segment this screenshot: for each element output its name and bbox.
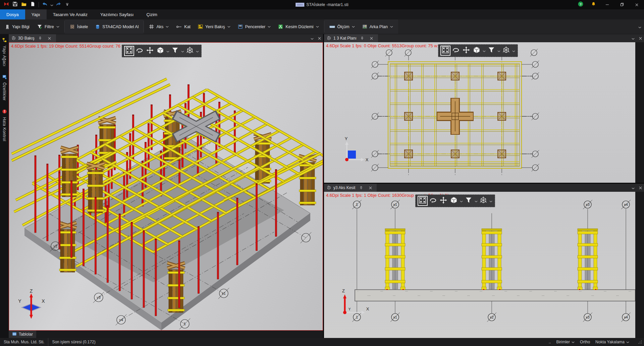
ribbon-i-skele[interactable]: İskele	[66, 19, 92, 34]
svg-text:x3: x3	[586, 203, 590, 207]
bell-button[interactable]	[587, 0, 600, 9]
right-dock-strip	[635, 192, 644, 338]
viewport-3d-canvas[interactable]: 4.6Dpi Scale 1 fps: 19 Obje Count: 5514G…	[9, 42, 323, 331]
orbit-icon	[136, 46, 144, 56]
chevron-down-icon[interactable]	[482, 48, 486, 54]
vp-orbit-button[interactable]	[135, 46, 145, 56]
ribbon-label: Kesim Düzlemi	[285, 24, 313, 29]
vp-view-cube-button[interactable]	[472, 46, 482, 56]
chevron-down-icon[interactable]	[489, 198, 493, 204]
sidebar-item-zellikler[interactable]: Özellikler	[2, 74, 7, 101]
svg-text:Z: Z	[30, 288, 33, 294]
viewport-toolbar-section	[415, 194, 495, 207]
viewport-plan-canvas[interactable]: 4.6Dpi Scale 1 fps: 0 Obje Count: 5513Gr…	[324, 42, 635, 183]
ribbon-yeni-bak[interactable]: Yeni Bakış	[194, 19, 234, 34]
ribbon-l-m[interactable]: Ölçüm	[326, 19, 359, 34]
close-button[interactable]	[629, 0, 644, 9]
help-button[interactable]: ?	[574, 0, 587, 9]
menu-tab-izim[interactable]: Çizim	[140, 9, 164, 19]
status-ortho[interactable]: Ortho	[580, 340, 590, 344]
ribbon-aks[interactable]: Aks	[145, 19, 172, 34]
chevron-down-icon[interactable]	[512, 48, 516, 54]
vp-pan-button[interactable]	[461, 46, 471, 56]
undo-button[interactable]	[41, 1, 49, 8]
vp-axis-cube-button[interactable]	[185, 46, 195, 56]
vp-filter-button[interactable]	[170, 46, 180, 56]
ribbon-yap-bilgi[interactable]: Yapı Bilgi	[1, 19, 33, 34]
undo-dropdown-button[interactable]	[49, 1, 54, 8]
new-file-icon	[30, 1, 35, 8]
pin-icon[interactable]	[359, 37, 366, 40]
menu-tab-yap[interactable]: Yapı	[25, 9, 47, 19]
new-file-button[interactable]	[28, 1, 37, 8]
ribbon-arka-plan[interactable]: Arka Plan	[359, 19, 397, 34]
chevron-down-icon[interactable]	[459, 198, 463, 204]
menu-tab-dosya[interactable]: Dosya	[0, 9, 25, 19]
menu-tab-tasar-m-ve-analiz[interactable]: Tasarım Ve Analiz	[47, 9, 94, 19]
vp-orbit-button[interactable]	[451, 46, 461, 56]
viewport-tab-aks-kesit[interactable]: y3 Aks Kesit	[324, 184, 377, 192]
vp-view-cube-button[interactable]	[155, 46, 165, 56]
status-dots: ..	[549, 340, 551, 344]
vp-axis-cube-button[interactable]	[501, 46, 511, 56]
vp-orbit-button[interactable]	[428, 196, 438, 206]
close-tab-button[interactable]	[367, 186, 374, 189]
redo-button[interactable]	[54, 1, 63, 8]
vp-filter-button[interactable]	[464, 196, 474, 206]
status-units[interactable]: Birimler	[556, 340, 575, 344]
save-button[interactable]	[11, 1, 19, 8]
ribbon-filtre[interactable]: Filtre	[33, 19, 63, 34]
pin-icon[interactable]	[357, 186, 365, 190]
bell-icon	[591, 1, 596, 8]
close-pane-button[interactable]	[637, 184, 644, 192]
vp-fit-extents-button[interactable]	[124, 46, 134, 56]
app-logo-button[interactable]	[2, 1, 11, 8]
close-icon	[370, 37, 373, 40]
chevron-down-icon[interactable]	[497, 48, 501, 54]
vp-axis-cube-button[interactable]	[478, 196, 488, 206]
chevron-down-icon[interactable]	[195, 48, 199, 54]
tab-list-dropdown-button[interactable]	[629, 34, 637, 42]
minimize-button[interactable]	[600, 0, 614, 9]
chevron-down-icon[interactable]	[180, 48, 184, 54]
close-tab-button[interactable]	[46, 37, 53, 40]
vp-fit-extents-button[interactable]	[440, 46, 450, 56]
tabbar-spacer	[378, 34, 629, 42]
vp-pan-button[interactable]	[438, 196, 448, 206]
titlebar: STAİskele -mantar1.sti ?	[0, 0, 644, 9]
vp-pan-button[interactable]	[145, 46, 155, 56]
viewport-tab-kat-plani[interactable]: 1 3 Kat Planı	[324, 34, 378, 42]
chevron-down-icon	[626, 340, 629, 344]
ribbon-pencereler[interactable]: Pencereler	[234, 19, 274, 34]
status-snap[interactable]: Nokta Yakalama	[595, 340, 629, 344]
restore-button[interactable]	[614, 0, 629, 9]
toolbar-options-button[interactable]	[63, 1, 71, 8]
chevron-down-icon[interactable]	[166, 48, 170, 54]
close-tab-button[interactable]	[368, 37, 375, 40]
pin-icon[interactable]	[37, 37, 44, 40]
svg-text:Z: Z	[342, 288, 345, 293]
vp-view-cube-button[interactable]	[449, 196, 459, 206]
tab-list-dropdown-button[interactable]	[308, 34, 316, 42]
sidebar-item-hata-kontrol[interactable]: Hata Kontrol	[2, 109, 7, 141]
svg-text:x4: x4	[624, 315, 628, 319]
sidebar-item-yap-a-ac[interactable]: Yapı Ağacı	[2, 38, 7, 66]
ribbon-collapse-button[interactable]	[638, 19, 641, 34]
viewport-section-canvas[interactable]: 4.6Dpi Scale 1 fps: 1 Obje Count: 1630Gr…	[324, 192, 635, 338]
ribbon-kesim-d-zlemi[interactable]: Kesim Düzlemi	[274, 19, 322, 34]
ribbon-kat[interactable]: Kat	[172, 19, 194, 34]
menu-tab-yaz-l-mc-sayfas[interactable]: Yazılımcı Sayfası	[94, 9, 140, 19]
close-pane-button[interactable]	[637, 34, 644, 42]
restore-icon	[620, 2, 624, 8]
vp-filter-button[interactable]	[486, 46, 496, 56]
filter-icon	[171, 47, 179, 55]
tab-tablolar[interactable]: Tablolar	[9, 331, 36, 338]
resize-grip[interactable]	[635, 340, 642, 344]
ribbon-sta4cad-model-al[interactable]: STA4CAD Model Al	[92, 19, 142, 34]
vp-fit-extents-button[interactable]	[418, 196, 428, 206]
viewport-tab-3d-bakis[interactable]: 3D Bakış	[9, 34, 56, 42]
tab-list-dropdown-button[interactable]	[629, 184, 637, 192]
close-pane-button[interactable]	[316, 34, 323, 42]
open-folder-button[interactable]	[19, 1, 28, 8]
chevron-down-icon[interactable]	[474, 198, 478, 204]
